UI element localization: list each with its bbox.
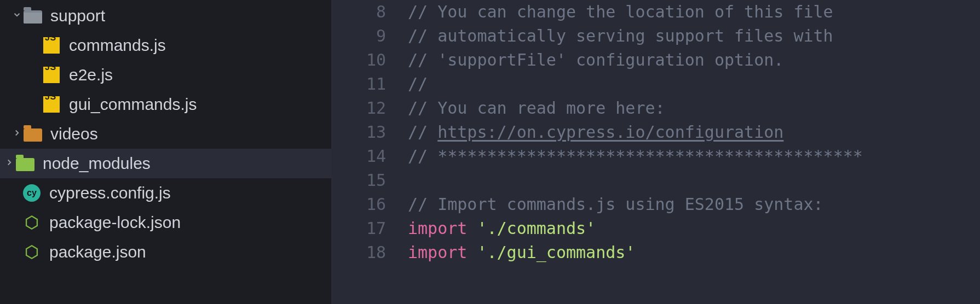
tree-item-label: e2e.js	[69, 60, 113, 90]
tree-item-label: videos	[50, 119, 98, 149]
tree-file-gui-commands-js[interactable]: JS gui_commands.js	[0, 90, 331, 119]
code-content: // Import commands.js using ES2015 synta…	[408, 192, 823, 217]
code-content: //	[408, 72, 428, 96]
chevron-down-icon	[11, 1, 23, 31]
code-line[interactable]: 10// 'supportFile' configuration option.	[331, 48, 980, 72]
line-number: 14	[331, 144, 408, 168]
code-line[interactable]: 18import './gui_commands'	[331, 241, 980, 265]
nodejs-icon	[22, 213, 42, 232]
folder-icon	[23, 124, 43, 144]
code-content: // You can change the location of this f…	[408, 0, 833, 24]
tree-item-label: commands.js	[69, 31, 166, 60]
js-file-icon: JS	[42, 95, 61, 114]
line-number: 17	[331, 217, 408, 241]
code-content: // *************************************…	[408, 144, 863, 168]
tree-file-package-lock[interactable]: package-lock.json	[0, 208, 331, 237]
line-number: 16	[331, 192, 408, 217]
tree-item-label: package-lock.json	[49, 208, 181, 237]
tree-item-label: support	[50, 1, 105, 31]
code-content: // 'supportFile' configuration option.	[408, 48, 783, 72]
folder-open-icon	[23, 6, 43, 26]
line-number: 13	[331, 120, 408, 144]
tree-file-cypress-config[interactable]: cy cypress.config.js	[0, 178, 331, 208]
tree-folder-node-modules[interactable]: node_modules	[0, 149, 331, 178]
tree-item-label: node_modules	[43, 149, 151, 178]
folder-icon	[15, 154, 35, 173]
chevron-right-icon	[11, 119, 23, 149]
code-line[interactable]: 13// https://on.cypress.io/configuration	[331, 120, 980, 144]
code-content: import './commands'	[408, 217, 596, 241]
tree-item-label: gui_commands.js	[69, 90, 197, 119]
line-number: 18	[331, 241, 408, 265]
line-number: 15	[331, 168, 408, 192]
code-content: // https://on.cypress.io/configuration	[408, 120, 783, 144]
code-line[interactable]: 12// You can read more here:	[331, 96, 980, 120]
chevron-right-icon	[3, 149, 15, 178]
code-line[interactable]: 16// Import commands.js using ES2015 syn…	[331, 192, 980, 217]
line-number: 8	[331, 0, 408, 24]
code-line[interactable]: 8// You can change the location of this …	[331, 0, 980, 24]
tree-file-package-json[interactable]: package.json	[0, 237, 331, 267]
code-editor[interactable]: 8// You can change the location of this …	[331, 0, 980, 304]
code-line[interactable]: 9// automatically serving support files …	[331, 24, 980, 48]
line-number: 9	[331, 24, 408, 48]
line-number: 11	[331, 72, 408, 96]
line-number: 12	[331, 96, 408, 120]
file-explorer: support JS commands.js JS e2e.js JS gui_…	[0, 0, 331, 304]
tree-item-label: cypress.config.js	[49, 178, 171, 208]
code-line[interactable]: 14// ***********************************…	[331, 144, 980, 168]
code-content: // You can read more here:	[408, 96, 665, 120]
code-line[interactable]: 15	[331, 168, 980, 192]
code-content: import './gui_commands'	[408, 241, 635, 265]
code-content: // automatically serving support files w…	[408, 24, 833, 48]
cypress-icon: cy	[22, 183, 42, 203]
line-number: 10	[331, 48, 408, 72]
tree-item-label: package.json	[49, 237, 146, 267]
tree-folder-videos[interactable]: videos	[0, 119, 331, 149]
code-line[interactable]: 11//	[331, 72, 980, 96]
code-line[interactable]: 17import './commands'	[331, 217, 980, 241]
nodejs-icon	[22, 242, 42, 262]
